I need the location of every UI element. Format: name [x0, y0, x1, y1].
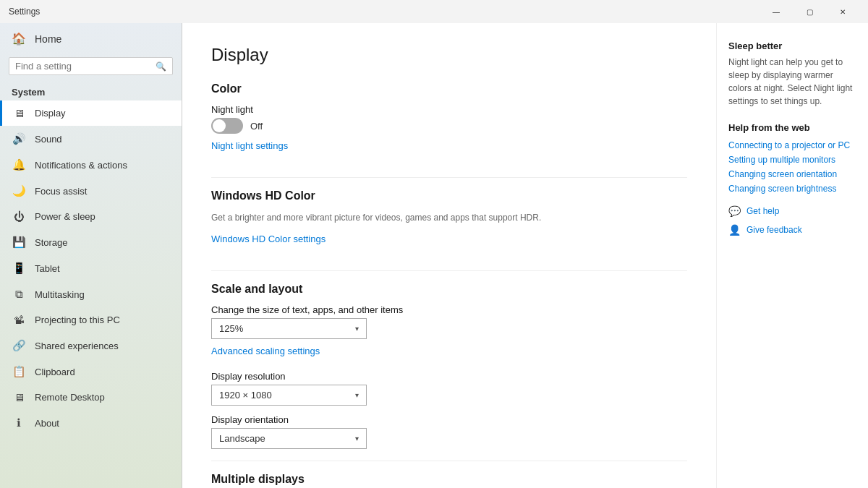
main-content: Display Color Night light Off Night ligh…	[182, 23, 716, 488]
sidebar-item-display[interactable]: 🖥 Display	[0, 100, 182, 126]
sidebar-item-home[interactable]: 🏠 Home	[0, 23, 182, 54]
resolution-value: 1920 × 1080	[219, 390, 272, 401]
help-title: Help from the web	[728, 122, 856, 133]
resolution-label: Display resolution	[211, 371, 687, 382]
get-help-label: Get help	[746, 206, 779, 216]
size-dropdown[interactable]: 125% ▾	[211, 318, 367, 339]
multitasking-icon: ⧉	[12, 288, 26, 301]
night-light-toggle[interactable]	[211, 118, 243, 134]
help-link-orientation[interactable]: Changing screen orientation	[728, 169, 856, 179]
notifications-icon: 🔔	[12, 158, 26, 171]
feedback-icon: 👤	[728, 224, 741, 236]
sidebar-item-power[interactable]: ⏻ Power & sleep	[0, 204, 182, 229]
sidebar-item-tablet[interactable]: 📱 Tablet	[0, 255, 182, 281]
get-help-action[interactable]: 💬 Get help	[728, 205, 856, 217]
shared-icon: 🔗	[12, 339, 26, 352]
sidebar-item-about[interactable]: ℹ About	[0, 410, 182, 436]
sidebar-item-sound-label: Sound	[35, 134, 62, 145]
get-help-icon: 💬	[728, 205, 741, 217]
orientation-value: Landscape	[219, 433, 265, 444]
feedback-label: Give feedback	[746, 225, 802, 235]
night-light-state: Off	[250, 121, 263, 132]
close-button[interactable]: ✕	[826, 0, 859, 23]
search-icon: 🔍	[156, 61, 166, 72]
sidebar-item-remote-label: Remote Desktop	[35, 392, 105, 403]
size-dropdown-wrapper: 125% ▾	[211, 318, 687, 339]
orientation-chevron-icon: ▾	[355, 435, 359, 442]
sidebar-item-projecting-label: Projecting to this PC	[35, 314, 120, 325]
size-chevron-icon: ▾	[355, 325, 359, 333]
color-section-title: Color	[211, 82, 687, 95]
clipboard-icon: 📋	[12, 365, 26, 378]
hd-color-section-title: Windows HD Color	[211, 189, 687, 202]
tablet-icon: 📱	[12, 262, 26, 275]
toggle-knob	[213, 119, 226, 132]
storage-icon: 💾	[12, 236, 26, 249]
remote-icon: 🖥	[12, 391, 26, 403]
sidebar-item-about-label: About	[35, 418, 59, 429]
about-icon: ℹ	[12, 416, 26, 429]
sidebar: 🏠 Home 🔍 System 🖥 Display 🔊 Sound 🔔 Noti…	[0, 23, 182, 488]
help-link-brightness[interactable]: Changing screen brightness	[728, 184, 856, 194]
night-light-label: Night light	[211, 104, 687, 115]
divider-3	[211, 461, 687, 461]
app-container: 🏠 Home 🔍 System 🖥 Display 🔊 Sound 🔔 Noti…	[0, 23, 868, 488]
sleep-text: Night light can help you get to sleep by…	[728, 56, 856, 108]
sound-icon: 🔊	[12, 132, 26, 145]
multiple-displays-section-title: Multiple displays	[211, 473, 687, 486]
sidebar-search[interactable]: 🔍	[9, 57, 173, 75]
sidebar-item-projecting[interactable]: 📽 Projecting to this PC	[0, 307, 182, 333]
resolution-dropdown[interactable]: 1920 × 1080 ▾	[211, 385, 367, 406]
advanced-scaling-link[interactable]: Advanced scaling settings	[211, 346, 320, 356]
page-title: Display	[211, 45, 687, 65]
size-value: 125%	[219, 323, 243, 334]
sidebar-item-multitasking[interactable]: ⧉ Multitasking	[0, 281, 182, 307]
orientation-label: Display orientation	[211, 414, 687, 425]
sidebar-item-tablet-label: Tablet	[35, 263, 60, 274]
search-input[interactable]	[15, 61, 156, 72]
divider-2	[211, 270, 687, 271]
orientation-dropdown[interactable]: Landscape ▾	[211, 428, 367, 449]
sidebar-item-focus[interactable]: 🌙 Focus assist	[0, 178, 182, 204]
sidebar-item-notifications-label: Notifications & actions	[35, 160, 127, 171]
hd-color-description: Get a brighter and more vibrant picture …	[211, 211, 687, 224]
sidebar-item-storage[interactable]: 💾 Storage	[0, 229, 182, 255]
home-icon: 🏠	[12, 32, 26, 46]
display-icon: 🖥	[12, 107, 26, 119]
size-label: Change the size of text, apps, and other…	[211, 304, 687, 315]
sidebar-item-power-label: Power & sleep	[35, 211, 95, 222]
home-label: Home	[35, 33, 61, 45]
hd-color-settings-link[interactable]: Windows HD Color settings	[211, 234, 326, 244]
sidebar-item-shared[interactable]: 🔗 Shared experiences	[0, 333, 182, 359]
power-icon: ⏻	[12, 210, 26, 223]
titlebar: Settings — ▢ ✕	[0, 0, 868, 23]
sidebar-item-display-label: Display	[35, 108, 66, 119]
right-panel: Sleep better Night light can help you ge…	[716, 23, 868, 488]
titlebar-controls: — ▢ ✕	[760, 0, 859, 23]
orientation-dropdown-wrapper: Landscape ▾	[211, 428, 687, 449]
sidebar-item-remote[interactable]: 🖥 Remote Desktop	[0, 385, 182, 410]
minimize-button[interactable]: —	[760, 0, 793, 23]
scale-section-title: Scale and layout	[211, 283, 687, 296]
sidebar-item-clipboard[interactable]: 📋 Clipboard	[0, 359, 182, 385]
sidebar-item-notifications[interactable]: 🔔 Notifications & actions	[0, 152, 182, 178]
titlebar-title: Settings	[9, 7, 40, 17]
sidebar-item-focus-label: Focus assist	[35, 186, 87, 197]
sleep-title: Sleep better	[728, 40, 856, 51]
night-light-settings-link[interactable]: Night light settings	[211, 140, 288, 151]
resolution-chevron-icon: ▾	[355, 391, 359, 399]
sidebar-item-shared-label: Shared experiences	[35, 341, 119, 351]
projecting-icon: 📽	[12, 314, 26, 326]
sidebar-item-clipboard-label: Clipboard	[35, 367, 75, 377]
maximize-button[interactable]: ▢	[793, 0, 826, 23]
resolution-dropdown-wrapper: 1920 × 1080 ▾	[211, 385, 687, 406]
focus-icon: 🌙	[12, 184, 26, 197]
help-link-monitors[interactable]: Setting up multiple monitors	[728, 155, 856, 165]
system-section-label: System	[0, 81, 182, 100]
help-link-projector[interactable]: Connecting to a projector or PC	[728, 140, 856, 150]
sidebar-item-sound[interactable]: 🔊 Sound	[0, 126, 182, 152]
divider-1	[211, 177, 687, 178]
sidebar-item-multitasking-label: Multitasking	[35, 289, 85, 300]
give-feedback-action[interactable]: 👤 Give feedback	[728, 224, 856, 236]
night-light-toggle-row: Off	[211, 118, 687, 134]
